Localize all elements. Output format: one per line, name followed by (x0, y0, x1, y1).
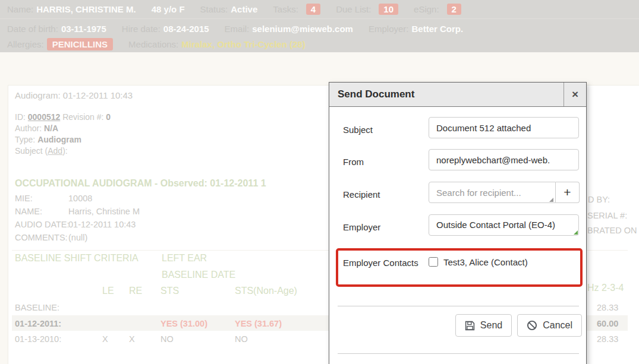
esign-label: eSign: (414, 4, 439, 14)
contact-checkbox[interactable] (429, 257, 438, 267)
table-row-2011-sts: YES (31.00) (160, 319, 207, 328)
employer-select-label: Employer (343, 214, 429, 236)
save-icon (465, 321, 475, 331)
recipient-search-input[interactable] (429, 182, 556, 203)
modal-title: Send Document (338, 83, 414, 106)
send-document-modal: Send Document × Subject From Recipient + (329, 82, 587, 364)
from-label: From (343, 149, 429, 170)
hire-date-label: Hire date: (122, 24, 160, 34)
patient-header-row2: Date of birth: 03-11-1975 Hire date: 08-… (0, 21, 639, 37)
document-type-line: Type: Audiogram (15, 135, 81, 144)
fragment-calibrated-on: BRATED ON (587, 226, 637, 235)
section-baseline-shift-criteria: BASELINE SHIFT CRITERIA (15, 253, 138, 264)
table-row-2010-le: X (102, 334, 108, 344)
add-recipient-button[interactable]: + (556, 182, 580, 203)
field-value-name: Harris, Christine M (68, 207, 140, 216)
email-value: selenium@mieweb.com (252, 24, 353, 34)
patient-age-sex: 48 y/o F (152, 4, 185, 14)
employer-contacts-label: Employer Contacts (343, 249, 429, 271)
report-title: OCCUPATIONAL AUDIOGRAM - Observed: 01-12… (15, 178, 266, 189)
employer-contacts-row: Employer Contacts Test3, Alice (Contact) (343, 249, 528, 271)
cancel-button-label: Cancel (543, 320, 572, 331)
tasks-count-badge[interactable]: 4 (306, 4, 320, 15)
author-value: N/A (44, 124, 58, 133)
type-label: Type: (15, 135, 35, 144)
close-icon: × (572, 88, 578, 101)
send-button[interactable]: Send (455, 314, 512, 337)
table-row-2010-sts: NO (160, 334, 174, 344)
due-list-count-badge[interactable]: 10 (379, 4, 398, 15)
tasks-label: Tasks: (273, 4, 298, 14)
patient-header-row3: Allergies: PENICILLINS Medications: Mira… (0, 37, 639, 52)
table-row-2010-sts-nonage: NO (235, 334, 248, 344)
recipient-label: Recipient (343, 182, 429, 203)
subject-prefix: Subject ( (15, 146, 48, 156)
modal-footer-buttons: Send Cancel (455, 314, 582, 337)
type-value: Audiogram (37, 135, 81, 144)
subject-input[interactable] (429, 117, 579, 138)
table-row-2010-re: X (129, 334, 135, 344)
fragment-value-1: 28.33 (597, 303, 618, 312)
close-button[interactable]: × (564, 83, 586, 106)
cancel-icon (527, 320, 537, 331)
due-list-label: Due List: (336, 4, 371, 14)
esign-count-badge[interactable]: 2 (447, 4, 461, 15)
document-id-link[interactable]: 0000512 (28, 112, 61, 122)
send-button-label: Send (480, 320, 502, 331)
revision-value: 0 (106, 112, 111, 122)
patient-name: HARRIS, CHRISTINE M. (36, 4, 136, 14)
field-label-mie: MIE: (15, 194, 33, 203)
hire-date-value: 08-24-2015 (163, 24, 209, 34)
document-id-line: ID: 0000512 Revision #: 0 (15, 112, 111, 122)
dob-value: 03-11-1975 (61, 24, 106, 34)
from-row: From (343, 149, 579, 170)
medications-value[interactable]: Miralax, Ortho Tri-Cyclen (28) (181, 39, 305, 49)
subject-label: Subject (343, 117, 429, 138)
table-row-2011-sts-nonage: YES (31.67) (235, 319, 282, 328)
field-label-audio-date: AUDIO DATE: (15, 220, 70, 229)
recipient-row: Recipient + (343, 182, 580, 203)
id-label: ID: (15, 112, 26, 122)
document-author-line: Author: N/A (15, 124, 58, 133)
field-value-audio-date: 01-12-2011 10:43 (68, 220, 136, 229)
status-value: Active (231, 4, 257, 14)
modal-bottom-divider (338, 353, 579, 354)
patient-header-bar: Name: HARRIS, CHRISTINE M. 48 y/o F Stat… (0, 0, 639, 52)
document-header: Audiogram: 01-12-2011 10:43 (15, 90, 133, 100)
medications-label: Medications: (128, 39, 178, 49)
col-header-le: LE (102, 286, 114, 296)
cancel-button[interactable]: Cancel (517, 314, 582, 337)
employer-value: Better Corp. (411, 24, 463, 34)
employer-row: Employer Outside Contact Portal (EO-4) (343, 214, 579, 236)
field-label-comments: COMMENTS: (15, 233, 68, 242)
fragment-serial: SERIAL #: (587, 211, 627, 220)
modal-header[interactable]: Send Document × (329, 83, 586, 107)
author-label: Author: (15, 124, 42, 133)
allergy-badge[interactable]: PENICILLINS (47, 38, 113, 50)
field-value-comments: (null) (68, 233, 87, 242)
col-header-sts-nonage: STS(Non-Age) (235, 286, 297, 296)
employer-select[interactable]: Outside Contact Portal (EO-4) (429, 214, 579, 236)
name-label: Name: (7, 4, 33, 14)
fragment-value-2: 60.00 (597, 319, 618, 328)
email-label: Email: (225, 24, 250, 34)
from-input[interactable] (429, 149, 579, 170)
subject-row: Subject (343, 117, 579, 138)
table-row-2010-label: 01-13-2010: (15, 334, 61, 344)
document-subject-line: Subject (Add): (15, 146, 68, 156)
subject-add-link[interactable]: Add (48, 146, 62, 156)
contact-name: Test3, Alice (Contact) (443, 257, 528, 267)
fragment-tested-by: D BY: (588, 195, 610, 204)
dob-label: Date of birth: (7, 24, 58, 34)
resize-handle-icon (549, 198, 553, 202)
field-value-mie: 10008 (68, 194, 92, 203)
patient-header-row1: Name: HARRIS, CHRISTINE M. 48 y/o F Stat… (0, 0, 639, 19)
subject-suffix: ): (62, 146, 68, 156)
status-label: Status: (200, 4, 228, 14)
select-expand-handle-icon (574, 230, 578, 235)
baseline-date-header: BASELINE DATE (162, 270, 235, 280)
allergies-label: Allergies: (7, 39, 44, 49)
field-label-name: NAME: (15, 207, 42, 216)
fragment-value-3: 28.33 (597, 334, 618, 344)
footer-divider (338, 306, 579, 306)
